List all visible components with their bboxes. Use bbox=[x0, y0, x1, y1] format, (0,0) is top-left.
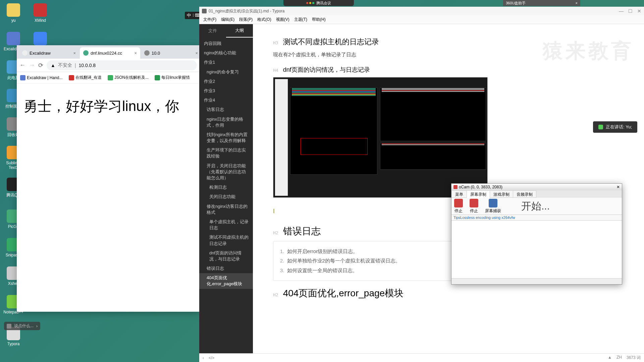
ocam-body bbox=[451, 221, 622, 278]
ocam-tool-停止[interactable]: 停止 bbox=[454, 199, 463, 214]
forward-icon[interactable]: → bbox=[29, 62, 35, 69]
tencent-meeting-bar[interactable]: 腾讯会议 bbox=[283, 0, 354, 6]
bookmark-item[interactable]: Excalidraw | Hand... bbox=[20, 75, 63, 80]
menu-item[interactable]: 视图(V) bbox=[274, 16, 291, 23]
outline-item[interactable]: 错误日志 bbox=[199, 264, 253, 273]
close-icon[interactable]: × bbox=[73, 51, 76, 56]
outline-item[interactable]: 检测日志 bbox=[199, 183, 253, 192]
outline-item[interactable]: 开启，关闭日志功能（先看默认的日志功能怎么用） bbox=[199, 161, 253, 183]
u360-label: 360U盘助手 bbox=[506, 1, 526, 6]
ocam-tab[interactable]: 屏幕录制 bbox=[467, 190, 490, 198]
outline-item[interactable]: 作业1 bbox=[199, 58, 253, 67]
browser-tab[interactable]: Excalidraw× bbox=[19, 47, 79, 59]
outline-item[interactable]: 测试不同虚拟主机的日志记录 bbox=[199, 233, 253, 248]
outline-item[interactable]: 作业3 bbox=[199, 86, 253, 96]
heading-text: 错误日志 bbox=[283, 225, 321, 238]
maximize-icon[interactable]: ☐ bbox=[628, 8, 633, 14]
tencent-label: 腾讯会议 bbox=[316, 1, 331, 6]
desktop-icon-yu[interactable]: yu bbox=[3, 3, 23, 23]
ocam-tabs: 菜单屏幕录制游戏录制音频录制 bbox=[451, 190, 622, 198]
bookmark-label: Excalidraw | Hand... bbox=[27, 75, 63, 80]
typora-icon bbox=[202, 9, 207, 13]
bookmark-item[interactable]: 在线翻译_有道 bbox=[69, 75, 102, 80]
ocam-tab[interactable]: 音频录制 bbox=[513, 190, 536, 198]
bookmark-label: JSON在线解析及... bbox=[114, 75, 149, 80]
address-bar[interactable]: ▲ 不安全 | 10.0.0.8 bbox=[47, 60, 197, 70]
chevron-icon[interactable]: › bbox=[36, 324, 38, 328]
outline-item[interactable]: 单个虚拟主机，记录日志 bbox=[199, 217, 253, 233]
minimize-icon[interactable]: — bbox=[619, 8, 624, 14]
outline-item[interactable]: 作业2 bbox=[199, 77, 253, 86]
close-icon[interactable]: × bbox=[134, 51, 137, 56]
ocam-title: oCam (0, 0, 3833, 2083) bbox=[459, 185, 502, 189]
heading-level: H4 bbox=[273, 68, 278, 73]
ocam-toolbar: 停止停止屏幕捕获 开始... bbox=[451, 198, 622, 215]
outline-item[interactable]: 作业4 bbox=[199, 96, 253, 105]
outline-item[interactable]: 访客日志 bbox=[199, 105, 253, 114]
outline-item[interactable]: 找到nginx所有的内置变量，以及作用解释 bbox=[199, 130, 253, 145]
warning-icon: ▲ bbox=[51, 63, 55, 68]
u360-bar[interactable]: 360U盘助手 × bbox=[503, 0, 580, 6]
outline-item[interactable]: 404页面优化,error_page模块 bbox=[199, 273, 253, 289]
browser-tab[interactable]: dnf.linux0224.cc× bbox=[80, 47, 140, 59]
heading-text: dnf页面的访问情况，与日志记录 bbox=[283, 66, 370, 74]
menu-item[interactable]: 帮助(H) bbox=[310, 16, 328, 23]
lang-label: ZH bbox=[616, 355, 622, 361]
ocam-tool-停止[interactable]: 停止 bbox=[470, 199, 478, 214]
tab-file[interactable]: 文件 bbox=[199, 24, 226, 38]
heading-level: H2 bbox=[273, 292, 278, 297]
bookmark-item[interactable]: JSON在线解析及... bbox=[108, 75, 149, 80]
outline-item[interactable]: nginx日志变量的格式，作用 bbox=[199, 115, 253, 130]
tab-title: Excalidraw bbox=[30, 51, 51, 56]
speaking-indicator: 正在讲话: Yu; bbox=[593, 121, 637, 133]
favicon bbox=[144, 50, 150, 56]
back-icon[interactable]: ← bbox=[19, 62, 25, 69]
outline-item[interactable]: nginx的核心功能 bbox=[199, 48, 253, 58]
outline-item[interactable]: 生产环境下的日志实践经验 bbox=[199, 145, 253, 161]
menu-item[interactable]: 文件(F) bbox=[201, 16, 218, 23]
close-icon[interactable]: × bbox=[576, 1, 578, 5]
outline-item[interactable]: 关闭日志功能 bbox=[199, 192, 253, 201]
outline-item[interactable]: nginx的命令复习 bbox=[199, 67, 253, 77]
outline-item[interactable]: 修改nginx访客日志的格式 bbox=[199, 202, 253, 217]
bookmark-item[interactable]: 每日linux掌握情 bbox=[155, 75, 190, 80]
close-icon[interactable]: ✕ bbox=[637, 8, 641, 14]
tab-title: dnf.linux0224.cc bbox=[91, 51, 122, 56]
taskbar-input[interactable]: 说点什么... › bbox=[4, 322, 40, 330]
menu-item[interactable]: 主题(T) bbox=[292, 16, 309, 23]
close-icon[interactable]: × bbox=[195, 51, 198, 56]
embedded-screenshot bbox=[273, 77, 488, 198]
ocam-statusbar bbox=[451, 278, 622, 284]
word-count[interactable]: 3673 词 bbox=[627, 355, 641, 361]
ocam-titlebar[interactable]: oCam (0, 0, 3833, 2083) ✕ bbox=[451, 184, 622, 190]
browser-tab[interactable]: 10.0× bbox=[141, 47, 201, 59]
bookmark-icon bbox=[20, 75, 25, 80]
outline-item[interactable]: 内容回顾 bbox=[199, 39, 253, 48]
insecure-label: 不安全 bbox=[58, 62, 72, 68]
chrome-window: Excalidraw×dnf.linux0224.cc×10.0× ← → ⟳ … bbox=[17, 45, 200, 312]
desktop-icon-XMind[interactable]: XMind bbox=[30, 3, 50, 23]
typora-titlebar: 01_nginx虚拟主机综合实战(1).md - Typora — ☐ ✕ bbox=[199, 7, 644, 15]
heading-level: H3 bbox=[273, 40, 278, 45]
close-icon[interactable]: ✕ bbox=[616, 185, 620, 189]
source-mode-icon[interactable]: </> bbox=[209, 356, 214, 360]
favicon bbox=[22, 50, 28, 56]
warning-icon[interactable]: ▲ bbox=[608, 355, 612, 361]
typora-menubar: 文件(F)编辑(E)段落(P)格式(O)视图(V)主题(T)帮助(H) bbox=[199, 15, 644, 24]
tab-outline[interactable]: 大纲 bbox=[226, 24, 253, 38]
menu-item[interactable]: 编辑(E) bbox=[219, 16, 236, 23]
ocam-tool-屏幕捕获[interactable]: 屏幕捕获 bbox=[485, 199, 501, 214]
menu-item[interactable]: 格式(O) bbox=[255, 16, 273, 23]
ocam-info: TipsLossless encoding using x264vfw bbox=[451, 215, 622, 221]
paragraph: 现在有2个虚拟主机，单独记录了日志 bbox=[273, 50, 604, 59]
menu-item[interactable]: 段落(P) bbox=[237, 16, 255, 23]
outline-item[interactable]: dnf页面的访问情况，与日志记录 bbox=[199, 248, 253, 264]
bookmarks-bar: Excalidraw | Hand...在线翻译_有道JSON在线解析及...每… bbox=[17, 72, 200, 83]
sidebar-toggle-icon[interactable]: ‹ bbox=[203, 356, 204, 360]
typora-statusbar: ‹ </> ▲ ZH 3673 词 bbox=[199, 353, 644, 362]
ocam-tab[interactable]: 游戏录制 bbox=[490, 190, 513, 198]
bookmark-icon bbox=[108, 75, 113, 80]
ocam-tab[interactable]: 菜单 bbox=[451, 190, 467, 198]
bookmark-icon bbox=[155, 75, 160, 80]
reload-icon[interactable]: ⟳ bbox=[38, 62, 43, 69]
